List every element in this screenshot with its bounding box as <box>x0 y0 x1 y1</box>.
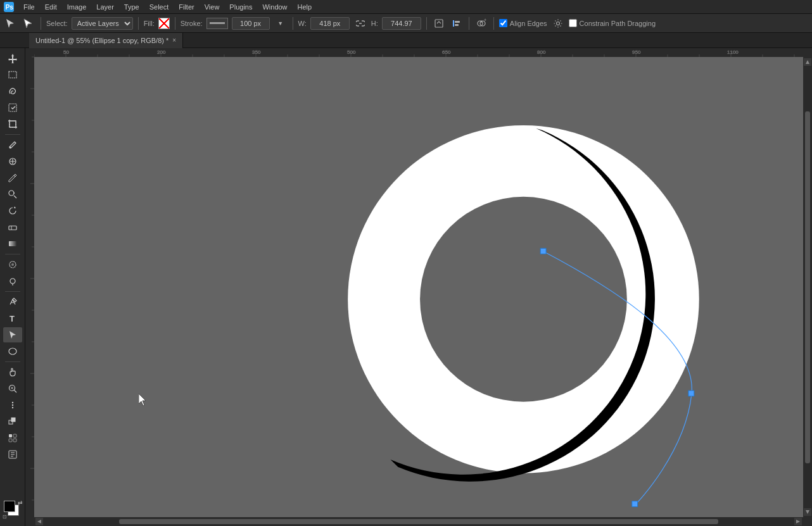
svg-rect-74 <box>25 48 34 526</box>
menu-image[interactable]: Image <box>63 2 91 12</box>
stroke-options-dropdown[interactable]: ▼ <box>274 16 288 30</box>
history-brush-tool[interactable] <box>3 203 22 218</box>
crop-tool[interactable] <box>3 116 22 132</box>
svg-marker-94 <box>806 60 809 64</box>
settings-icon[interactable] <box>551 16 565 30</box>
type-tool[interactable]: T <box>3 311 22 326</box>
object-selection-tool[interactable] <box>3 100 22 115</box>
foreground-color-swatch[interactable] <box>4 501 15 512</box>
menu-select[interactable]: Select <box>145 2 174 12</box>
menu-view[interactable]: View <box>200 2 224 12</box>
more-tools[interactable] <box>3 398 22 413</box>
height-input[interactable] <box>382 17 421 30</box>
svg-point-17 <box>9 147 11 149</box>
select-dropdown[interactable]: Active Layers All Layers <box>72 17 133 30</box>
gradient-tool[interactable] <box>3 236 22 251</box>
divider-4 <box>293 17 293 30</box>
eraser-tool[interactable] <box>3 220 22 235</box>
link-wh-icon[interactable] <box>353 16 367 30</box>
toolbar-extra-2[interactable] <box>3 430 22 446</box>
hand-tool[interactable] <box>3 365 22 380</box>
canvas-area[interactable]: 50 200 350 500 650 800 <box>25 48 812 526</box>
divider-5 <box>426 17 427 30</box>
svg-point-31 <box>11 404 13 406</box>
scrollbar-horizontal[interactable] <box>34 517 803 526</box>
align-left-icon[interactable] <box>450 16 464 30</box>
svg-text:650: 650 <box>442 49 451 55</box>
divider-2 <box>138 17 139 30</box>
stroke-width-input[interactable] <box>232 17 270 30</box>
path-op-icon[interactable]: + <box>474 16 488 30</box>
scroll-thumb-h[interactable] <box>119 519 718 524</box>
scroll-track-h[interactable] <box>44 519 793 524</box>
constrain-label: Constrain Path Dragging <box>580 20 656 27</box>
toolbar-extra-3[interactable] <box>3 447 22 462</box>
svg-marker-92 <box>37 520 41 523</box>
menu-file[interactable]: File <box>19 2 39 12</box>
reset-colors-icon[interactable]: ⊡ <box>3 514 7 520</box>
scroll-left-btn[interactable] <box>35 518 43 525</box>
align-edges-checkbox[interactable] <box>499 19 507 27</box>
tool-sep-3 <box>5 291 20 292</box>
svg-text:1100: 1100 <box>727 49 739 55</box>
anchor-bottom[interactable] <box>632 501 638 507</box>
width-input[interactable] <box>310 17 350 30</box>
svg-rect-15 <box>9 104 16 111</box>
svg-rect-7 <box>455 24 459 26</box>
constrain-checkbox[interactable] <box>569 19 577 27</box>
scroll-track-v[interactable] <box>805 67 810 507</box>
make-work-path-icon[interactable] <box>432 16 446 30</box>
path-selection-tool[interactable] <box>3 327 22 342</box>
pen-tool[interactable] <box>3 294 22 310</box>
menu-edit[interactable]: Edit <box>41 2 61 12</box>
ruler-horizontal: 50 200 350 500 650 800 <box>25 48 812 57</box>
foreground-background-colors: ⇄ ⊡ <box>4 501 22 518</box>
anchor-top[interactable] <box>540 248 546 254</box>
move-tool[interactable] <box>3 51 22 66</box>
fill-swatch[interactable] <box>158 18 170 29</box>
path-selection-tool-icon <box>4 16 18 30</box>
divider-1 <box>41 17 41 30</box>
brush-tool[interactable] <box>3 170 22 185</box>
scroll-right-btn[interactable] <box>794 518 802 525</box>
menubar: Ps File Edit Image Layer Type Select Fil… <box>0 0 812 14</box>
menu-type[interactable]: Type <box>120 2 144 12</box>
artwork-svg[interactable] <box>34 57 812 526</box>
svg-point-25 <box>10 279 15 284</box>
marquee-rect-tool[interactable] <box>3 67 22 82</box>
select-label: Select: <box>46 20 68 27</box>
stroke-swatch[interactable] <box>206 18 228 29</box>
divider-3 <box>175 17 175 30</box>
lasso-tool[interactable] <box>3 84 22 99</box>
svg-rect-4 <box>435 20 443 27</box>
clone-stamp-tool[interactable] <box>3 187 22 202</box>
scroll-thumb-v[interactable] <box>805 111 810 463</box>
stroke-line <box>210 22 225 24</box>
eyedropper-tool[interactable] <box>3 137 22 153</box>
menu-layer[interactable]: Layer <box>92 2 118 12</box>
tab-close-button[interactable]: × <box>172 37 176 44</box>
blur-tool[interactable] <box>3 257 22 272</box>
scroll-up-btn[interactable] <box>804 58 811 66</box>
svg-text:+: + <box>484 18 486 22</box>
menu-window[interactable]: Window <box>258 2 291 12</box>
canvas-content[interactable] <box>34 57 812 526</box>
toolbar-extra-1[interactable] <box>3 414 22 429</box>
svg-rect-22 <box>9 241 16 246</box>
scroll-down-btn[interactable] <box>804 508 811 516</box>
menu-help[interactable]: Help <box>293 2 317 12</box>
swap-colors-icon[interactable]: ⇄ <box>18 499 23 506</box>
svg-point-20 <box>13 192 15 194</box>
scrollbar-vertical[interactable] <box>803 57 812 517</box>
menu-plugins[interactable]: Plugins <box>225 2 257 12</box>
dodge-tool[interactable] <box>3 273 22 289</box>
tab-bar: Untitled-1 @ 55% (Ellipse 1 copy, RGB/8)… <box>0 33 812 48</box>
healing-brush-tool[interactable] <box>3 154 22 169</box>
zoom-tool[interactable] <box>3 381 22 396</box>
anchor-right[interactable] <box>688 391 694 396</box>
shape-tool[interactable] <box>3 344 22 359</box>
align-edges-wrap: Align Edges <box>499 19 547 27</box>
document-tab[interactable]: Untitled-1 @ 55% (Ellipse 1 copy, RGB/8)… <box>29 33 183 48</box>
menu-filter[interactable]: Filter <box>174 2 198 12</box>
w-label: W: <box>298 20 307 27</box>
